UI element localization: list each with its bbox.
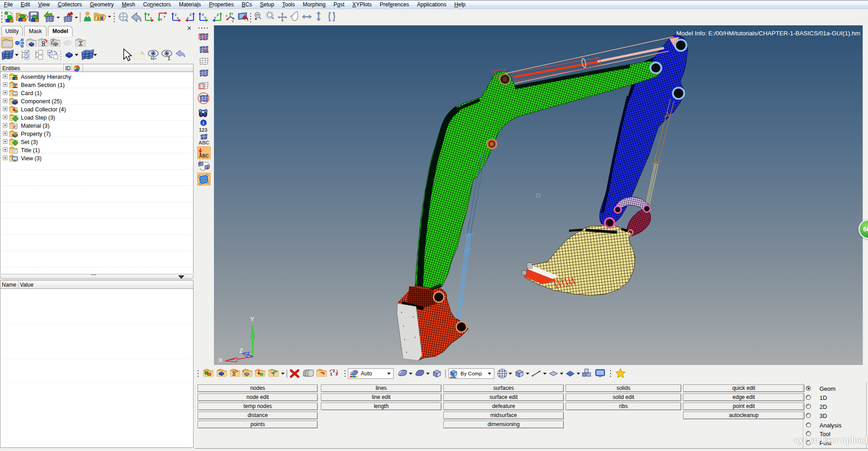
svg-text:Y: Y	[160, 18, 163, 22]
svg-text:Z: Z	[239, 347, 243, 354]
svg-text:2: 2	[333, 369, 335, 373]
svg-text:View (3): View (3)	[21, 155, 42, 162]
svg-text:By Comp: By Comp	[461, 371, 482, 376]
svg-text:Component (25): Component (25)	[21, 98, 62, 105]
svg-text:Property (7): Property (7)	[21, 131, 51, 137]
svg-text:x: x	[177, 16, 179, 20]
svg-text:123: 123	[199, 127, 207, 133]
svg-text:Z: Z	[217, 13, 219, 17]
svg-text:1: 1	[330, 372, 332, 376]
svg-text:x: x	[164, 14, 165, 19]
svg-text:Load Step (3): Load Step (3)	[21, 115, 55, 121]
svg-text:E: E	[14, 125, 16, 129]
svg-text:ABC: ABC	[199, 140, 209, 145]
svg-text:X: X	[218, 357, 223, 364]
svg-text:Z: Z	[189, 13, 192, 17]
svg-text:1: 1	[168, 56, 170, 61]
svg-text:ABC: ABC	[199, 154, 209, 158]
svg-text:x: x	[150, 16, 152, 20]
svg-text:Assembly Hierarchy: Assembly Hierarchy	[21, 74, 72, 80]
svg-text:Set (3): Set (3)	[21, 139, 38, 145]
svg-text:x: x	[226, 14, 228, 17]
svg-text:x: x	[187, 16, 189, 20]
svg-text:Load Collector (4): Load Collector (4)	[21, 106, 66, 113]
svg-text:Y: Y	[214, 16, 217, 20]
svg-text:Y: Y	[204, 16, 207, 20]
svg-text:Material (3): Material (3)	[21, 123, 49, 129]
svg-text:z: z	[232, 19, 234, 23]
svg-text:Y: Y	[231, 12, 233, 15]
svg-text:Model Info: E:/00/HM/tutorials: Model Info: E:/00/HM/tutorials/CHAPTER-1…	[676, 30, 860, 37]
svg-text:Title (1): Title (1)	[21, 147, 40, 154]
svg-text:Auto: Auto	[361, 370, 372, 377]
svg-text:Card (1): Card (1)	[21, 90, 42, 96]
svg-text:Y: Y	[250, 316, 254, 322]
svg-text:+/–: +/–	[150, 56, 157, 61]
svg-text:i: i	[203, 120, 204, 125]
svg-text:Beam Section (1): Beam Section (1)	[21, 82, 65, 88]
